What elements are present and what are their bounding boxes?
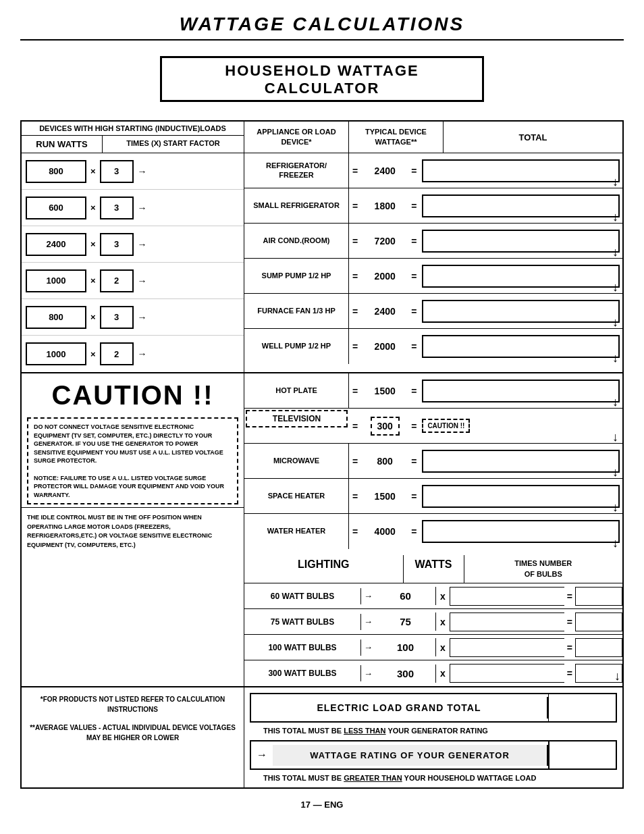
run-watts-value[interactable]: 2400 bbox=[26, 233, 86, 256]
run-watts-value[interactable]: 1000 bbox=[26, 269, 86, 292]
equals-2: = bbox=[408, 479, 419, 513]
inductive-rows-col: 800 × 3 → 600 × 3 → 2400 × 3 → 1000 bbox=[22, 153, 244, 372]
inductive-row: 2400 × 3 → bbox=[22, 226, 244, 263]
total-area: ↓ bbox=[419, 188, 622, 223]
generator-input[interactable] bbox=[548, 741, 616, 768]
run-watts-value[interactable]: 800 bbox=[26, 306, 86, 329]
grand-total-input[interactable] bbox=[548, 694, 616, 721]
bulb-total-input[interactable] bbox=[575, 638, 622, 657]
x-symbol: x bbox=[436, 642, 450, 653]
television-row: TELEVISION = 300 = CAUTION !! ↓ bbox=[244, 409, 622, 444]
note1-block: *FOR PRODUCTS NOT LISTED REFER TO CALCUL… bbox=[27, 694, 238, 714]
arrow-right-icon: → bbox=[251, 749, 273, 761]
caution-left-col: CAUTION !! DO NOT CONNECT VOLTAGE SENSIT… bbox=[22, 373, 244, 555]
down-arrow-icon: ↓ bbox=[612, 352, 618, 364]
appliance-row: WELL PUMP 1/2 HP = 2000 = ↓ bbox=[244, 329, 622, 364]
times-symbol: × bbox=[90, 203, 96, 213]
times-symbol: × bbox=[90, 312, 96, 322]
bulb-name: 60 WATT BULBS bbox=[244, 588, 361, 604]
down-arrow-icon: ↓ bbox=[612, 176, 618, 188]
total-area: ↓ bbox=[419, 514, 622, 549]
appliance-name: SPACE HEATER bbox=[244, 479, 349, 513]
run-watts-value[interactable]: 600 bbox=[26, 197, 86, 219]
bulb-total-area: ↓ bbox=[575, 664, 622, 683]
caution-title: CAUTION !! bbox=[52, 380, 214, 410]
run-watts-value[interactable]: 800 bbox=[26, 160, 86, 183]
equals-2: = bbox=[408, 224, 419, 258]
equals-1: = bbox=[349, 514, 361, 549]
equals-1: = bbox=[349, 259, 361, 293]
total-area: ↓ bbox=[419, 373, 622, 408]
total-area: ↓ bbox=[419, 224, 622, 258]
sub-note-2a: THIS TOTAL MUST BE bbox=[263, 774, 344, 782]
lighting-row: 75 WATT BULBS → 75 x = bbox=[244, 609, 622, 635]
bulb-count-input[interactable] bbox=[450, 638, 564, 657]
start-factor-value[interactable]: 3 bbox=[100, 233, 134, 256]
total-area: ↓ bbox=[419, 259, 622, 293]
total-input[interactable] bbox=[422, 380, 620, 402]
appliance-name: SUMP PUMP 1/2 HP bbox=[244, 259, 349, 293]
header-times-start: TIMES (X) START FACTOR bbox=[103, 136, 244, 153]
total-input[interactable] bbox=[422, 159, 620, 182]
wattage-value: 800 bbox=[361, 444, 408, 478]
page-title: WATTAGE CALCULATIONS bbox=[20, 14, 624, 41]
sub-note-1c: YOUR GENERATOR RATING bbox=[387, 727, 488, 735]
start-factor-value[interactable]: 3 bbox=[100, 197, 134, 219]
wattage-value: 1500 bbox=[361, 373, 408, 408]
header-total: TOTAL bbox=[444, 122, 622, 153]
start-factor-value[interactable]: 2 bbox=[100, 269, 134, 292]
appliance-col: REFRIGERATOR/FREEZER = 2400 = ↓ SMALL RE… bbox=[244, 153, 622, 372]
arrow-right-icon: → bbox=[138, 166, 147, 177]
total-input[interactable] bbox=[422, 520, 620, 543]
start-factor-value[interactable]: 2 bbox=[100, 342, 134, 365]
equals-1: = bbox=[349, 479, 361, 513]
bulb-total-input[interactable] bbox=[575, 587, 622, 606]
total-input[interactable] bbox=[422, 230, 620, 253]
total-input[interactable] bbox=[422, 194, 620, 217]
inductive-row: 1000 × 2 → bbox=[22, 263, 244, 299]
bulb-name: 100 WATT BULBS bbox=[244, 640, 361, 656]
appliance-row: SUMP PUMP 1/2 HP = 2000 = ↓ bbox=[244, 259, 622, 294]
lighting-left-col bbox=[22, 555, 244, 686]
bulb-watts: 60 bbox=[375, 587, 436, 605]
start-factor-value[interactable]: 3 bbox=[100, 306, 134, 329]
bulb-watts: 75 bbox=[375, 613, 436, 631]
bulb-total-input[interactable] bbox=[575, 613, 622, 631]
bulb-count-input[interactable] bbox=[450, 587, 564, 606]
run-watts-value[interactable]: 1000 bbox=[26, 342, 86, 365]
note2-block: **AVERAGE VALUES - ACTUAL INDIVIDUAL DEV… bbox=[27, 723, 238, 743]
tv-wattage-value: 300 bbox=[371, 417, 400, 436]
total-input[interactable] bbox=[422, 265, 620, 288]
caution-badge: CAUTION !! bbox=[422, 419, 470, 433]
bottom-left-col: *FOR PRODUCTS NOT LISTED REFER TO CALCUL… bbox=[22, 687, 244, 787]
arrow-icon: → bbox=[361, 591, 375, 601]
total-area: CAUTION !! ↓ bbox=[419, 409, 622, 443]
total-input[interactable] bbox=[422, 450, 620, 473]
lighting-row: 60 WATT BULBS → 60 x = bbox=[244, 583, 622, 609]
appliance-name: FURNACE FAN 1/3 HP bbox=[244, 294, 349, 328]
equals-1: = bbox=[349, 373, 361, 408]
total-area: ↓ bbox=[419, 329, 622, 364]
equals-sign: = bbox=[564, 617, 575, 627]
header-appliance: APPLIANCE OR LOAD DEVICE* bbox=[244, 122, 349, 153]
equals-sign: = bbox=[564, 591, 575, 602]
total-input[interactable] bbox=[422, 335, 620, 358]
generator-row: → WATTAGE RATING OF YOUR GENERATOR bbox=[250, 740, 617, 770]
appliance-name: REFRIGERATOR/FREEZER bbox=[244, 153, 349, 188]
appliance-name: SMALL REFRIGERATOR bbox=[244, 188, 349, 223]
equals-1: = bbox=[349, 188, 361, 223]
down-arrow-icon: ↓ bbox=[612, 501, 618, 513]
appliance-name: AIR COND.(ROOM) bbox=[244, 224, 349, 258]
total-input[interactable] bbox=[422, 300, 620, 323]
bulb-count-input[interactable] bbox=[450, 664, 564, 683]
lighting-times-label: TIMES NUMBEROF BULBS bbox=[464, 555, 623, 583]
header-sub-row: RUN WATTS TIMES (X) START FACTOR bbox=[22, 136, 244, 153]
total-input[interactable] bbox=[422, 485, 620, 508]
inductive-section: 800 × 3 → 600 × 3 → 2400 × 3 → 1000 bbox=[20, 153, 624, 373]
bulb-count-input[interactable] bbox=[450, 613, 564, 631]
equals-2: = bbox=[408, 444, 419, 478]
bottom-right-col: ELECTRIC LOAD GRAND TOTAL THIS TOTAL MUS… bbox=[244, 687, 622, 787]
calculator-title-box: HOUSEHOLD WATTAGE CALCULATOR bbox=[160, 56, 484, 102]
start-factor-value[interactable]: 3 bbox=[100, 160, 134, 183]
down-arrow-icon: ↓ bbox=[612, 537, 618, 549]
